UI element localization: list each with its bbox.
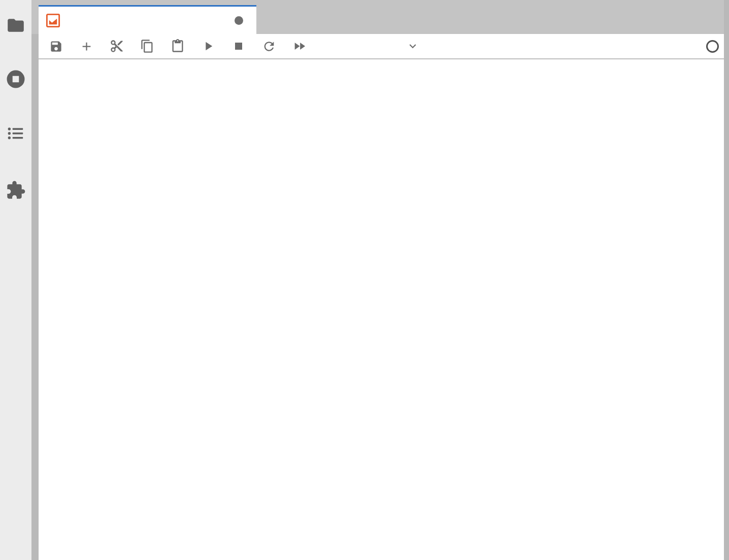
running-kernels-icon[interactable]: [0, 67, 31, 91]
dock-tab-bar: [31, 0, 724, 34]
run-cell-icon[interactable]: [201, 39, 215, 53]
file-browser-folder-icon[interactable]: [0, 13, 31, 38]
notebook-toolbar: [39, 34, 724, 59]
interrupt-kernel-icon[interactable]: [231, 39, 246, 53]
cell-list: [39, 59, 724, 560]
paste-cell-icon[interactable]: [171, 39, 185, 53]
cut-cell-icon[interactable]: [110, 39, 124, 53]
extension-manager-icon[interactable]: [0, 178, 31, 202]
unsaved-changes-indicator[interactable]: [235, 16, 243, 25]
activity-sidebar: [0, 0, 31, 560]
add-cell-icon[interactable]: [79, 39, 93, 53]
jupyterlab-window: [0, 0, 729, 560]
chevron-down-icon: [406, 40, 419, 53]
copy-cell-icon[interactable]: [140, 39, 154, 53]
notebook-tab[interactable]: [39, 5, 256, 34]
kernel-indicator[interactable]: [700, 40, 719, 53]
kernel-status-icon[interactable]: [706, 40, 719, 53]
cell-type-select[interactable]: [334, 40, 419, 53]
notebook-file-icon: [45, 13, 61, 28]
save-icon[interactable]: [49, 39, 63, 53]
restart-kernel-icon[interactable]: [262, 39, 276, 53]
restart-run-all-icon[interactable]: [292, 39, 307, 53]
table-of-contents-icon[interactable]: [0, 121, 31, 146]
